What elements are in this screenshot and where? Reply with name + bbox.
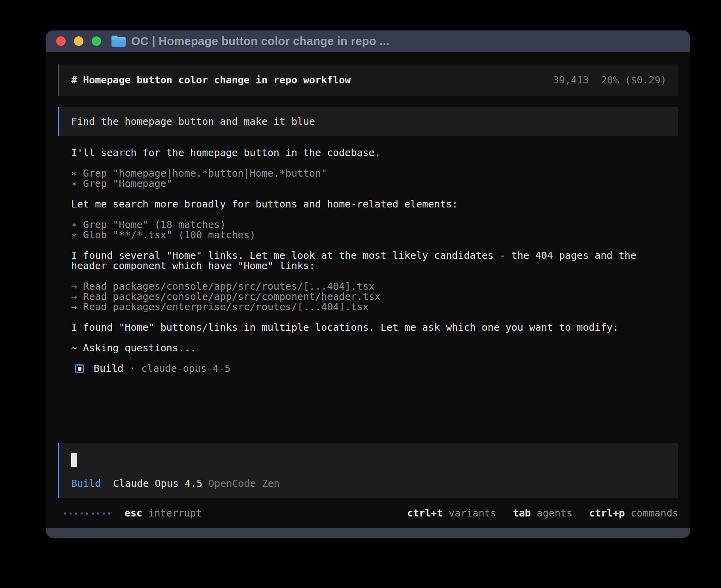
tool-call-read: → Read packages/console/app/src/routes/[…	[71, 281, 665, 292]
commands-key: ctrl+p	[589, 507, 625, 519]
assistant-text: I'll search for the homepage button in t…	[71, 148, 665, 158]
prompt-input[interactable]: Build Claude Opus 4.5 OpenCode Zen	[58, 443, 678, 498]
close-button[interactable]	[56, 36, 66, 46]
session-title: # Homepage button color change in repo w…	[71, 75, 351, 85]
agent-status-row: Build · claude-opus-4-5	[71, 364, 665, 374]
session-header: # Homepage button color change in repo w…	[58, 64, 678, 96]
commands-label: commands	[631, 507, 678, 519]
agents-key: tab	[513, 507, 531, 519]
folder-icon	[111, 35, 126, 47]
tool-call-read: → Read packages/console/app/src/componen…	[71, 292, 665, 302]
model-row: Build Claude Opus 4.5 OpenCode Zen	[71, 479, 666, 489]
context-usage: 20% ($0.29)	[601, 75, 666, 85]
agents-hint: tab agents	[513, 508, 573, 518]
assistant-text: Let me search more broadly for buttons a…	[71, 199, 665, 209]
variants-label: variants	[449, 507, 496, 519]
session-stats: 39,413 20% ($0.29)	[553, 75, 666, 85]
tool-call-glob: ∗ Glob "**/*.tsx" (100 matches)	[71, 230, 665, 240]
tool-call-grep: ∗ Grep "Homepage"	[71, 179, 665, 189]
commands-hint: ctrl+p commands	[589, 508, 678, 518]
status-bar: esc interrupt ctrl+t variants tab agents…	[58, 498, 678, 528]
terminal-content: # Homepage button color change in repo w…	[46, 52, 690, 528]
token-count: 39,413	[553, 75, 589, 85]
zoom-button[interactable]	[92, 36, 101, 46]
spinner-dots-icon	[64, 513, 110, 514]
terminal-window: OC | Homepage button color change in rep…	[46, 30, 690, 538]
input-model-label[interactable]: Claude Opus 4.5	[113, 479, 202, 489]
agent-separator: ·	[129, 364, 135, 374]
text-cursor[interactable]	[71, 453, 77, 467]
variants-key: ctrl+t	[407, 507, 443, 519]
agent-name: Build	[94, 364, 123, 374]
interrupt-key: esc	[125, 507, 142, 519]
assistant-text: I found "Home" buttons/links in multiple…	[71, 322, 665, 333]
agent-model: claude-opus-4-5	[141, 364, 230, 374]
working-status: ~ Asking questions...	[71, 343, 665, 353]
assistant-text: I found several "Home" links. Let me loo…	[71, 251, 665, 271]
input-provider-label: OpenCode Zen	[208, 479, 280, 489]
input-agent-label[interactable]: Build	[71, 479, 101, 489]
agent-build-icon	[75, 364, 84, 373]
variants-hint: ctrl+t variants	[407, 508, 496, 518]
traffic-lights	[56, 36, 101, 46]
titlebar[interactable]: OC | Homepage button color change in rep…	[46, 30, 690, 52]
minimize-button[interactable]	[74, 36, 83, 46]
tool-call-grep: ∗ Grep "Home" (18 matches)	[71, 220, 665, 230]
window-title: OC | Homepage button color change in rep…	[131, 35, 389, 48]
assistant-transcript: I'll search for the homepage button in t…	[58, 148, 678, 374]
interrupt-label: interrupt	[148, 507, 202, 519]
user-message: Find the homepage button and make it blu…	[58, 107, 678, 136]
tool-call-read: → Read packages/enterprise/src/routes/[.…	[71, 302, 665, 312]
agents-label: agents	[537, 507, 572, 519]
tool-call-grep: ∗ Grep "homepage|home.*button|Home.*butt…	[71, 168, 665, 179]
user-message-text: Find the homepage button and make it blu…	[71, 117, 315, 127]
interrupt-hint: esc interrupt	[125, 508, 202, 518]
